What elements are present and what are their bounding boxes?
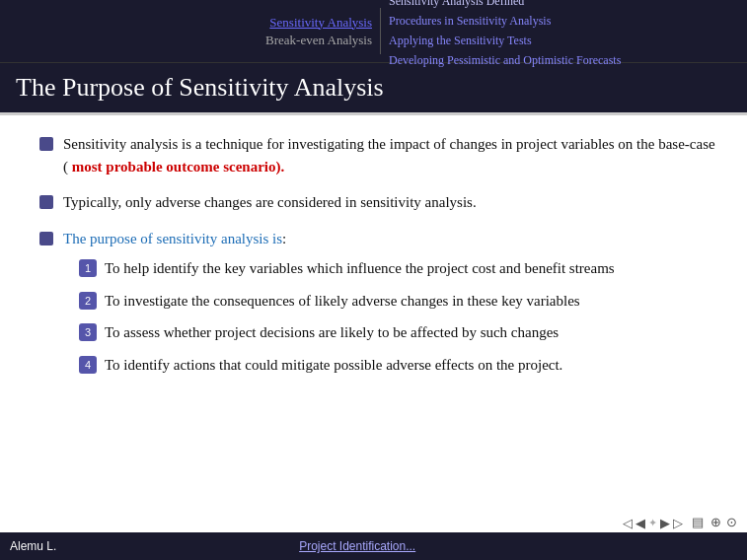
bullet-icon-2 [39, 195, 53, 209]
bullet-text-3: The purpose of sensitivity analysis is: [63, 228, 717, 250]
bullet-1-red-text: most probable outcome scenario). [72, 159, 285, 175]
nav-last-arrow[interactable]: ▷ [673, 516, 683, 530]
nav-controls: ◁ ◀ ✦ ▶ ▷ ▤ ⊕ ⊙ [623, 515, 737, 530]
bullet-3-colon: : [282, 231, 286, 246]
sub-text-1: To help identify the key variables which… [105, 257, 717, 280]
main-content: Sensitivity analysis is a technique for … [0, 115, 747, 395]
footer-link[interactable]: Project Identification... [299, 539, 415, 553]
bullet-item-1: Sensitivity analysis is a technique for … [39, 133, 717, 177]
sub-list: 1 To help identify the key variables whi… [79, 257, 717, 376]
nav-prev-arrow[interactable]: ◀ [635, 516, 645, 530]
nav-right-item-4[interactable]: Developing Pessimistic and Optimistic Fo… [389, 52, 747, 69]
sub-item-4: 4 To identify actions that could mitigat… [79, 354, 717, 377]
nav-first-arrow[interactable]: ◁ [623, 516, 633, 530]
bullet-item-3: The purpose of sensitivity analysis is: [39, 228, 717, 250]
nav-right: Sensitivity Analysis Defined Procedures … [381, 0, 747, 62]
sub-number-2: 2 [79, 292, 97, 310]
page-title: The Purpose of Sensitivity Analysis [16, 73, 731, 103]
sub-text-4: To identify actions that could mitigate … [105, 354, 717, 377]
nav-next-arrow[interactable]: ▶ [660, 516, 670, 530]
title-bar: The Purpose of Sensitivity Analysis [0, 62, 747, 112]
bullet-text-2: Typically, only adverse changes are cons… [63, 191, 717, 214]
sub-text-3: To assess whether project decisions are … [105, 321, 717, 344]
nav-right-item-3[interactable]: Applying the Sensitivity Tests [389, 33, 747, 49]
nav-right-item-1[interactable]: Sensitivity Analysis Defined [389, 0, 747, 10]
bullet-item-2: Typically, only adverse changes are cons… [39, 191, 717, 214]
bullet-text-1: Sensitivity analysis is a technique for … [63, 133, 717, 177]
nav-inactive-item[interactable]: Break-even Analysis [265, 33, 372, 48]
bullet-3-blue-text: The purpose of sensitivity analysis is [63, 231, 282, 246]
nav-right-item-2[interactable]: Procedures in Sensitivity Analysis [389, 13, 747, 30]
bottom-bar: Alemu L. Project Identification... [0, 532, 747, 560]
sub-text-2: To investigate the consequences of likel… [105, 290, 717, 313]
bullet-icon-1 [39, 137, 53, 151]
bullet-icon-3 [39, 232, 53, 245]
nav-separator-ctrl: ✦ [648, 517, 657, 529]
zoom-icon[interactable]: ⊙ [726, 515, 737, 530]
nav-active-item[interactable]: Sensitivity Analysis [269, 15, 372, 31]
sub-number-1: 1 [79, 259, 97, 277]
search-icon[interactable]: ⊕ [710, 515, 721, 530]
sub-number-4: 4 [79, 356, 97, 374]
sub-number-3: 3 [79, 323, 97, 341]
presentation-icon[interactable]: ▤ [692, 515, 704, 530]
sub-item-1: 1 To help identify the key variables whi… [79, 257, 717, 280]
sub-item-3: 3 To assess whether project decisions ar… [79, 321, 717, 344]
footer-author: Alemu L. [10, 539, 56, 553]
nav-left: Sensitivity Analysis Break-even Analysis [0, 0, 380, 62]
sub-item-2: 2 To investigate the consequences of lik… [79, 290, 717, 313]
top-navigation: Sensitivity Analysis Break-even Analysis… [0, 0, 747, 62]
